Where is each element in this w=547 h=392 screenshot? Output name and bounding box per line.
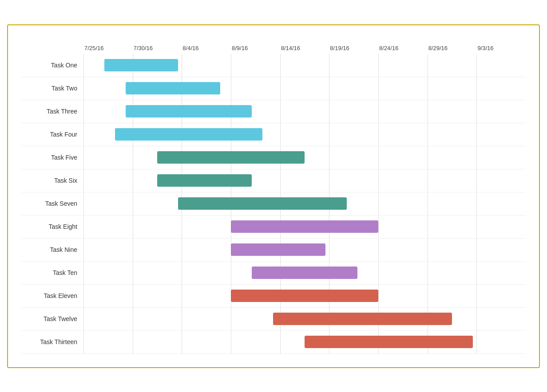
table-row: Task Thirteen bbox=[21, 331, 526, 354]
grid-line bbox=[83, 331, 133, 353]
grid-line bbox=[182, 54, 231, 77]
grid-line bbox=[329, 100, 378, 123]
task-label: Task Twelve bbox=[21, 315, 83, 322]
grid-line bbox=[476, 262, 526, 284]
grid-line bbox=[428, 77, 477, 100]
gantt-track bbox=[83, 54, 526, 77]
gantt-bar bbox=[115, 128, 262, 141]
gantt-bar bbox=[157, 174, 252, 187]
date-label: 8/19/16 bbox=[329, 45, 378, 51]
grid-line bbox=[83, 285, 133, 307]
grid-line bbox=[280, 123, 329, 146]
grid-line bbox=[428, 285, 477, 307]
grid-line bbox=[428, 100, 477, 123]
grid-line bbox=[476, 331, 526, 353]
grid-line bbox=[329, 123, 378, 146]
grid-line bbox=[428, 192, 477, 215]
task-label: Task One bbox=[21, 62, 83, 69]
date-label: 8/4/16 bbox=[182, 45, 231, 51]
grid-line bbox=[476, 216, 526, 238]
grid-line bbox=[133, 192, 182, 215]
table-row: Task Two bbox=[21, 77, 526, 100]
grid-line bbox=[133, 262, 182, 284]
grid-line bbox=[329, 146, 378, 169]
grid-line bbox=[133, 216, 182, 238]
grid-line bbox=[329, 169, 378, 192]
task-label: Task Thirteen bbox=[21, 338, 83, 345]
gantt-track bbox=[83, 239, 526, 261]
date-label: 8/29/16 bbox=[428, 45, 477, 51]
grid-line bbox=[428, 216, 477, 238]
grid-line bbox=[133, 331, 182, 353]
grid-line bbox=[280, 77, 329, 100]
grid-line bbox=[476, 123, 526, 146]
grid-line bbox=[182, 239, 231, 261]
grid-line bbox=[476, 146, 526, 169]
grid-line bbox=[83, 146, 133, 169]
grid-line bbox=[378, 239, 428, 261]
task-label: Task Ten bbox=[21, 269, 83, 276]
table-row: Task Twelve bbox=[21, 308, 526, 331]
gantt-body: Task OneTask TwoTask ThreeTask FourTask … bbox=[21, 54, 526, 354]
gantt-bar bbox=[126, 82, 220, 94]
gantt-track bbox=[83, 308, 526, 330]
grid-line bbox=[133, 239, 182, 261]
gantt-bar bbox=[252, 267, 357, 279]
grid-line bbox=[83, 262, 133, 284]
gantt-track bbox=[83, 123, 526, 146]
gantt-track bbox=[83, 285, 526, 307]
grid-line bbox=[329, 54, 378, 77]
gantt-bar bbox=[157, 151, 305, 164]
grid-line bbox=[378, 262, 428, 284]
gantt-bar bbox=[178, 197, 346, 210]
grid-line bbox=[182, 308, 231, 330]
grid-line bbox=[476, 77, 526, 100]
date-label: 7/30/16 bbox=[133, 45, 182, 51]
grid-line bbox=[476, 54, 526, 77]
gantt-track bbox=[83, 146, 526, 169]
date-label: 8/14/16 bbox=[280, 45, 329, 51]
table-row: Task Four bbox=[21, 123, 526, 146]
table-row: Task Six bbox=[21, 169, 526, 192]
gantt-bar bbox=[104, 59, 178, 71]
chart-container: 7/25/167/30/168/4/168/9/168/14/168/19/16… bbox=[7, 24, 540, 368]
gantt-track bbox=[83, 100, 526, 123]
task-label: Task Three bbox=[21, 108, 83, 115]
grid-line bbox=[428, 54, 477, 77]
gantt-bar bbox=[273, 313, 452, 325]
grid-line bbox=[378, 146, 428, 169]
date-label: 7/25/16 bbox=[83, 45, 133, 51]
grid-line bbox=[428, 123, 477, 146]
gantt-track bbox=[83, 77, 526, 100]
gantt-track bbox=[83, 262, 526, 284]
grid-line bbox=[280, 100, 329, 123]
grid-line bbox=[378, 285, 428, 307]
grid-line bbox=[428, 262, 477, 284]
grid-line bbox=[329, 77, 378, 100]
task-label: Task Eight bbox=[21, 223, 83, 230]
date-label: 8/9/16 bbox=[231, 45, 280, 51]
grid-line bbox=[476, 100, 526, 123]
grid-line bbox=[476, 308, 526, 330]
table-row: Task Nine bbox=[21, 239, 526, 262]
grid-line bbox=[378, 77, 428, 100]
table-row: Task Ten bbox=[21, 262, 526, 285]
grid-line bbox=[231, 54, 280, 77]
grid-line bbox=[231, 331, 280, 353]
table-row: Task One bbox=[21, 54, 526, 77]
grid-line bbox=[428, 146, 477, 169]
grid-line bbox=[182, 285, 231, 307]
table-row: Task Eleven bbox=[21, 285, 526, 308]
task-label: Task Seven bbox=[21, 200, 83, 207]
grid-line bbox=[231, 77, 280, 100]
grid-line bbox=[182, 262, 231, 284]
grid-line bbox=[378, 123, 428, 146]
grid-line bbox=[378, 54, 428, 77]
grid-line bbox=[280, 169, 329, 192]
grid-line bbox=[182, 331, 231, 353]
grid-line bbox=[378, 169, 428, 192]
gantt-bar bbox=[305, 336, 473, 348]
gantt-bar bbox=[231, 290, 378, 302]
grid-line bbox=[476, 192, 526, 215]
date-label: 9/3/16 bbox=[476, 45, 526, 51]
